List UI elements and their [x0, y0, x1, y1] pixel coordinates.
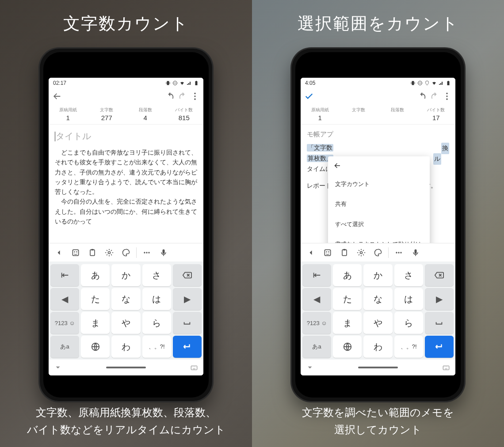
- undo-icon: [417, 91, 427, 101]
- stat-paragraphs: 段落数: [378, 106, 417, 124]
- svg-rect-23: [342, 250, 347, 255]
- undo-button[interactable]: [417, 91, 427, 103]
- keyboard-key[interactable]: [425, 312, 454, 334]
- context-menu-back[interactable]: [328, 159, 430, 174]
- keyboard-key[interactable]: 、。?!: [142, 336, 171, 358]
- confirm-button[interactable]: [304, 91, 314, 103]
- kb-settings-button[interactable]: [102, 245, 117, 260]
- keyboard-key[interactable]: あa: [50, 336, 79, 358]
- keyboard-key[interactable]: [81, 336, 110, 358]
- kb-more-button[interactable]: [391, 245, 406, 260]
- context-menu-item-charcount[interactable]: 文字カウント: [328, 174, 430, 194]
- keyboard-key[interactable]: ?123 ☺: [50, 312, 79, 334]
- undo-icon: [165, 91, 175, 101]
- nav-bar: [301, 360, 455, 375]
- kb-mic-button[interactable]: [408, 245, 423, 260]
- panel-character-count: 文字数カウント 02:17: [0, 0, 252, 447]
- kb-palette-button[interactable]: [118, 245, 134, 260]
- nav-pill-icon[interactable]: [106, 367, 146, 368]
- keyboard-key[interactable]: ▶: [425, 288, 454, 310]
- svg-point-27: [398, 252, 399, 253]
- keyboard-key[interactable]: た: [333, 288, 362, 310]
- more-button[interactable]: [442, 91, 452, 103]
- keyboard-key[interactable]: ら: [394, 312, 423, 334]
- keyboard-key[interactable]: さ: [142, 264, 171, 286]
- keyboard-key[interactable]: [50, 264, 79, 286]
- context-menu-item-paste-plain[interactable]: 書式なしテキストとして貼り付け: [328, 234, 430, 243]
- kb-mic-button[interactable]: [156, 245, 171, 260]
- stat-paragraphs: 段落数4: [126, 106, 165, 124]
- keyboard: あかさ◀たなは▶?123 ☺まやらあaわ、。?!: [49, 261, 203, 360]
- screen-right: 4:05: [301, 78, 455, 375]
- keyboard-key[interactable]: [302, 264, 331, 286]
- palette-icon: [122, 248, 130, 257]
- gear-icon: [357, 248, 366, 257]
- keyboard-key[interactable]: な: [363, 288, 392, 310]
- svg-point-28: [400, 252, 401, 253]
- keyboard-key[interactable]: ま: [333, 312, 362, 334]
- back-button[interactable]: [52, 91, 62, 103]
- keyboard-key[interactable]: [173, 336, 202, 358]
- more-button[interactable]: [190, 91, 200, 103]
- keyboard-key[interactable]: な: [111, 288, 140, 310]
- svg-point-6: [76, 251, 77, 253]
- redo-button[interactable]: [430, 91, 439, 103]
- selected-text: 「文字数: [307, 144, 333, 152]
- keyboard-key[interactable]: は: [142, 288, 171, 310]
- keyboard-key[interactable]: ▶: [173, 288, 202, 310]
- check-icon: [304, 91, 314, 101]
- gear-icon: [105, 248, 114, 257]
- redo-button[interactable]: [178, 91, 187, 103]
- keyboard-key[interactable]: 、。?!: [394, 336, 423, 358]
- keyboard-key[interactable]: ◀: [50, 288, 79, 310]
- context-menu-item-selectall[interactable]: すべて選択: [328, 214, 430, 234]
- keyboard-key[interactable]: [425, 336, 454, 358]
- context-menu-item-share[interactable]: 共有: [328, 194, 430, 214]
- kb-sticker-button[interactable]: [68, 245, 83, 260]
- keyboard-key[interactable]: [173, 312, 202, 334]
- keyboard-key[interactable]: ら: [142, 312, 171, 334]
- keyboard-key[interactable]: [333, 336, 362, 358]
- keyboard-key[interactable]: た: [81, 288, 110, 310]
- keyboard-key[interactable]: わ: [111, 336, 140, 358]
- kb-collapse-button[interactable]: [51, 245, 66, 260]
- title-input[interactable]: タイトル: [55, 129, 197, 144]
- kb-clipboard-button[interactable]: [85, 245, 100, 260]
- keyboard-key[interactable]: や: [363, 312, 392, 334]
- nav-pill-icon[interactable]: [358, 367, 398, 368]
- backspace-icon: [434, 270, 444, 280]
- keyboard-key[interactable]: あ: [333, 264, 362, 286]
- phone-frame-right: 4:05: [292, 49, 464, 401]
- keyboard-key[interactable]: さ: [394, 264, 423, 286]
- keyboard-key[interactable]: あa: [302, 336, 331, 358]
- keyboard-key[interactable]: ま: [81, 312, 110, 334]
- keyboard-key[interactable]: か: [111, 264, 140, 286]
- keyboard-key[interactable]: は: [394, 288, 423, 310]
- mic-icon: [159, 248, 168, 257]
- keyboard-switch-icon[interactable]: [442, 364, 450, 371]
- keyboard-key[interactable]: ?123 ☺: [302, 312, 331, 334]
- kb-clipboard-button[interactable]: [337, 245, 352, 260]
- keyboard-key[interactable]: や: [111, 312, 140, 334]
- kb-settings-button[interactable]: [354, 245, 369, 260]
- keyboard-key[interactable]: か: [363, 264, 392, 286]
- status-bar: 4:05: [301, 78, 455, 88]
- keyboard-key[interactable]: あ: [81, 264, 110, 286]
- keyboard-key[interactable]: [173, 264, 202, 286]
- keyboard-key[interactable]: ◀: [302, 288, 331, 310]
- keyboard-key[interactable]: [425, 264, 454, 286]
- editor-area[interactable]: モ帳アプ 「文字数 換 算枚数」 ル タイムに レポートや原稿の下書き用紙枚数に…: [301, 125, 455, 243]
- svg-point-22: [328, 251, 329, 253]
- editor-area[interactable]: タイトル どこまでも自由で奔放なヨリ子に振り回されて、それでも彼女を手放すことが…: [49, 125, 203, 243]
- kb-collapse-button[interactable]: [303, 245, 318, 260]
- keyboard-switch-icon[interactable]: [190, 364, 198, 371]
- kb-more-button[interactable]: [139, 245, 154, 260]
- kb-sticker-button[interactable]: [320, 245, 335, 260]
- keyboard-key[interactable]: わ: [363, 336, 392, 358]
- undo-button[interactable]: [165, 91, 175, 103]
- chevron-down-icon[interactable]: [306, 364, 314, 371]
- chevron-left-icon: [306, 248, 315, 257]
- kb-palette-button[interactable]: [370, 245, 386, 260]
- chevron-down-icon[interactable]: [54, 364, 62, 371]
- status-time: 4:05: [305, 80, 315, 86]
